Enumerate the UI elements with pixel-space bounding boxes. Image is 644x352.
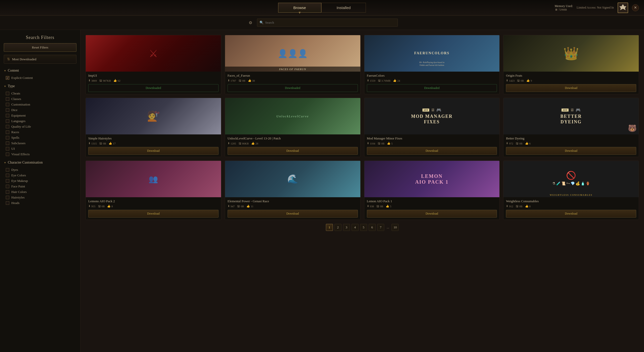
- character-section-header[interactable]: ▼ Character Customisation: [4, 160, 76, 166]
- hair-colors-checkbox[interactable]: [6, 190, 9, 194]
- page-4-button[interactable]: 4: [352, 224, 359, 231]
- dice-checkbox[interactable]: [6, 108, 9, 112]
- filter-races[interactable]: Races: [4, 129, 76, 135]
- hairstyles-checkbox[interactable]: [6, 196, 9, 199]
- content-section: ▼ Content Explicit Content: [4, 68, 76, 81]
- heads-checkbox[interactable]: [6, 201, 9, 205]
- download-button[interactable]: Download: [228, 210, 358, 218]
- close-button[interactable]: ✕: [632, 4, 639, 11]
- download-button[interactable]: Download: [88, 147, 219, 155]
- page-3-button[interactable]: 3: [343, 224, 350, 231]
- downloaded-button[interactable]: Downloaded: [367, 84, 497, 92]
- eye-colors-checkbox[interactable]: [6, 174, 9, 177]
- mod-thumbnail-impui: ⚔: [86, 35, 221, 72]
- mod-card-weightless[interactable]: 🚫 ⚗🧪📜🗝💎 💰🧴🏺 WEIGHTLESS CONSUMABLES Weigh…: [503, 161, 639, 220]
- subclasses-checkbox[interactable]: [6, 141, 9, 145]
- filter-ui[interactable]: UI: [4, 146, 76, 152]
- downloaded-button[interactable]: Downloaded: [88, 84, 219, 92]
- mod-stats: ⬇ 938 🖫 0B 👍 5: [367, 205, 497, 208]
- filter-eye-colors[interactable]: Eye Colors: [4, 173, 76, 178]
- filter-icon-button[interactable]: ⚙: [246, 19, 254, 27]
- ui-checkbox[interactable]: [6, 147, 9, 150]
- filter-hairstyles[interactable]: Hairstyles: [4, 195, 76, 200]
- filter-classes[interactable]: Classes: [4, 96, 76, 102]
- quality-checkbox[interactable]: [6, 125, 9, 128]
- type-section-header[interactable]: ▼ Type: [4, 83, 76, 89]
- download-button[interactable]: Download: [506, 147, 636, 155]
- visual-effects-checkbox[interactable]: [6, 153, 9, 156]
- filter-cheats[interactable]: Cheats: [4, 91, 76, 96]
- download-button[interactable]: Download: [88, 210, 219, 218]
- mod-card-faeruncolors[interactable]: FAERUNCOLORS 60+ RolePlaying dyes-based …: [364, 35, 500, 94]
- search-input[interactable]: [257, 19, 398, 27]
- filter-languages[interactable]: Languages: [4, 118, 76, 124]
- equipment-checkbox[interactable]: [6, 114, 9, 117]
- dyes-checkbox[interactable]: [6, 168, 9, 172]
- mod-card-simplehairstyles[interactable]: 💇 Simple Hairstyles ⬇ 1315 🖫 0B 👍 17 Dow…: [85, 98, 221, 157]
- page-2-button[interactable]: 2: [334, 224, 341, 231]
- filter-heads[interactable]: Heads: [4, 200, 76, 206]
- filter-quality-of-life[interactable]: Quality of Life: [4, 124, 76, 129]
- filter-hair-colors[interactable]: Hair Colors: [4, 189, 76, 195]
- downloaded-button[interactable]: Downloaded: [228, 84, 358, 92]
- download-button[interactable]: Download: [228, 147, 358, 155]
- mod-thumbnail-modmanager: ANY 🖥 🎮 Mod ManagerFixes: [364, 98, 500, 134]
- download-count: ⬇ 955: [88, 205, 96, 208]
- visual-effects-label: Visual Effects: [11, 152, 30, 156]
- tab-installed[interactable]: Installed: [321, 3, 366, 13]
- mod-card-lemonsaio2[interactable]: 👥 Lemons AIO Pack 2 ⬇ 955 🖫 0B 👍 8 Downl…: [85, 161, 221, 220]
- spells-checkbox[interactable]: [6, 136, 9, 139]
- mod-card-faces[interactable]: 👤👤👤 FACES OF FAERUN Faces_of_Faerun ⬇ 17…: [225, 35, 361, 94]
- mod-stats: ⬇ 1104 🖫 0B 👍 5: [367, 142, 497, 145]
- download-button[interactable]: Download: [367, 210, 497, 218]
- mod-card-lemonaio1[interactable]: LEMONAIO PACK 1 Lemon AIO Pack 1 ⬇ 938 🖫…: [364, 161, 500, 220]
- page-5-button[interactable]: 5: [360, 224, 367, 231]
- page-7-button[interactable]: 7: [377, 224, 384, 231]
- mod-thumbnail-originfeats: 👑: [503, 35, 639, 72]
- explicit-checkbox[interactable]: [6, 76, 9, 80]
- mod-card-impui[interactable]: ⚔ ImpUI ⬇ 3869 🖫 987KB 👍 62 Downloaded: [85, 35, 221, 94]
- page-6-button[interactable]: 6: [369, 224, 376, 231]
- mod-name: Elemental Power - Genasi Race: [228, 199, 358, 203]
- avatar-button[interactable]: [618, 3, 628, 13]
- eye-makeup-checkbox[interactable]: [6, 179, 9, 183]
- languages-checkbox[interactable]: [6, 119, 9, 123]
- face-paint-checkbox[interactable]: [6, 185, 9, 188]
- page-1-button[interactable]: 1: [326, 224, 333, 231]
- filter-customisation[interactable]: Customisation: [4, 102, 76, 107]
- races-checkbox[interactable]: [6, 130, 9, 134]
- mod-thumbnail-faces: 👤👤👤 FACES OF FAERUN: [225, 35, 360, 72]
- mod-card-betterdyeing[interactable]: ANY 🖥 🎮 BetterDyeing 🐻 Better Dyeing ⬇ 9…: [503, 98, 639, 157]
- sort-button[interactable]: ⇅ Most Downloaded: [4, 55, 76, 64]
- mod-card-originfeats[interactable]: 👑 Origin Feats ⬇ 1423 🖫 0B 👍 9 Download: [503, 35, 639, 94]
- reset-filters-button[interactable]: Reset Filters: [4, 43, 76, 52]
- download-button[interactable]: Download: [506, 84, 636, 92]
- mod-card-modmanager[interactable]: ANY 🖥 🎮 Mod ManagerFixes Mod Manager Min…: [364, 98, 500, 157]
- size: 🖫 0B: [237, 205, 244, 208]
- filter-explicit-content[interactable]: Explicit Content: [4, 75, 76, 81]
- top-nav: Browse Installed Memory Used: 🖥 729MB Li…: [0, 0, 644, 16]
- mod-name: UnlockLevelCurve - Level 13-20 | Patch: [228, 136, 358, 140]
- filter-visual-effects[interactable]: Visual Effects: [4, 152, 76, 157]
- filter-dyes[interactable]: Dyes: [4, 167, 76, 173]
- filter-equipment[interactable]: Equipment: [4, 113, 76, 118]
- page-10-button[interactable]: 10: [392, 224, 399, 231]
- mod-card-unlocklevel[interactable]: UnlockLevelCurve UnlockLevelCurve - Leve…: [225, 98, 361, 157]
- filter-dice[interactable]: Dice: [4, 107, 76, 113]
- filter-eye-makeup[interactable]: Eye Makeup: [4, 178, 76, 184]
- download-button[interactable]: Download: [367, 147, 497, 155]
- mod-stats: ⬇ 3869 🖫 987KB 👍 62: [88, 79, 219, 82]
- mod-card-elemental[interactable]: 🌊 Elemental Power - Genasi Race ⬇ 947 🖫 …: [225, 161, 361, 220]
- races-label: Races: [11, 130, 19, 134]
- filter-face-paint[interactable]: Face Paint: [4, 184, 76, 189]
- customisation-checkbox[interactable]: [6, 103, 9, 106]
- content-section-header[interactable]: ▼ Content: [4, 68, 76, 74]
- cheats-checkbox[interactable]: [6, 92, 9, 95]
- classes-checkbox[interactable]: [6, 97, 9, 101]
- filter-spells[interactable]: Spells: [4, 135, 76, 140]
- download-button[interactable]: Download: [506, 210, 636, 218]
- character-section-label: Character Customisation: [8, 161, 43, 165]
- tab-browse[interactable]: Browse: [278, 3, 321, 13]
- mod-stats: ⬇ 912 🖫 0B 👍 8: [506, 205, 636, 208]
- filter-subclasses[interactable]: Subclasses: [4, 140, 76, 146]
